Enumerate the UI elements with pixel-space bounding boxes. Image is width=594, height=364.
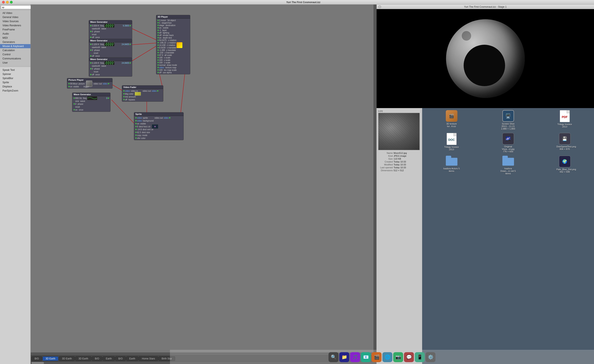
port[interactable] [135, 132, 137, 133]
nav-item-video-renderers[interactable]: Video Renderers [0, 23, 30, 27]
port[interactable] [157, 30, 159, 31]
port[interactable] [157, 25, 159, 26]
port[interactable] [68, 83, 70, 84]
port[interactable] [135, 123, 137, 124]
port[interactable] [123, 90, 125, 92]
dock-app4[interactable]: 🎬 [372, 352, 382, 362]
scene-tab-earth-1[interactable]: Earth [103, 356, 115, 361]
dock-finder2[interactable]: ⚙️ [425, 352, 435, 362]
port[interactable] [74, 109, 75, 110]
stage-close-button[interactable] [378, 5, 381, 8]
port[interactable] [90, 44, 91, 45]
desktop-icon-screenshot[interactable]: 🖥️ Screen Shot 2013....11.21 2,880 × 1,8… [481, 110, 535, 131]
port[interactable] [157, 45, 159, 46]
scroll-thumb[interactable] [32, 362, 44, 364]
nav-item-user[interactable]: User [0, 61, 30, 65]
port[interactable] [68, 86, 70, 87]
dock-app8[interactable]: 📱 [415, 352, 425, 362]
desktop-icon-pdf[interactable]: PDF Trilogy Invoice 2013 [537, 110, 592, 131]
port[interactable] [157, 57, 159, 58]
port[interactable] [135, 129, 137, 130]
port[interactable] [135, 126, 137, 127]
port[interactable] [157, 54, 159, 56]
nav-item-mouse-keyboard[interactable]: Mouse & Keyboard [0, 44, 30, 48]
desktop-icon-download-folder[interactable]: Isadora Down...m net 5 items [481, 156, 535, 176]
desktop-icon-diskspeed[interactable]: 💾 DiskSpeedTest.png 806 × 870 [537, 133, 592, 154]
port[interactable] [157, 67, 159, 68]
port[interactable] [90, 62, 91, 64]
search-input[interactable] [1, 5, 32, 9]
dock-app6[interactable]: 📷 [393, 352, 403, 362]
nav-item-calculation[interactable]: Calculation [0, 48, 30, 52]
port-out[interactable] [129, 62, 131, 64]
port-out[interactable] [108, 83, 109, 84]
dock-app1[interactable]: 📁 [339, 352, 349, 362]
desktop-icon-doc[interactable]: DOC Trilogy Invoice 2013 [424, 133, 479, 154]
close-button[interactable] [2, 1, 5, 4]
scene-tab-home-stars[interactable]: Home Stars [139, 356, 158, 361]
dock-skype[interactable]: 💬 [404, 352, 414, 362]
minimize-button[interactable] [6, 1, 9, 4]
port[interactable] [90, 74, 91, 75]
port[interactable] [157, 32, 159, 33]
window-controls[interactable] [2, 1, 13, 4]
port[interactable] [157, 27, 159, 28]
nav-item-communications[interactable]: Communications [0, 57, 30, 61]
port[interactable] [157, 72, 159, 73]
desktop-icon-izz[interactable]: 🎬 3D texture tur...lt.izz [424, 110, 479, 131]
port[interactable] [90, 31, 91, 32]
port-out[interactable] [129, 25, 131, 26]
nav-item-freeframe[interactable]: FreeFrame [0, 27, 30, 32]
nav-scroll-displace[interactable]: Displace [0, 85, 30, 89]
port[interactable] [90, 37, 91, 38]
port-out[interactable] [129, 44, 131, 45]
port[interactable] [135, 117, 137, 119]
port[interactable] [157, 49, 159, 51]
scene-tab-bo-2[interactable]: B/O [92, 356, 102, 361]
port[interactable] [123, 93, 125, 94]
scene-tab-3d-earth-2[interactable]: 3D Earth [59, 356, 75, 361]
port[interactable] [157, 40, 159, 41]
scrollable-nav[interactable]: Speak Text Spinner SpiralBlur Sprite Dis… [0, 67, 30, 364]
port[interactable] [135, 135, 137, 136]
nav-item-audio[interactable]: Audio [0, 32, 30, 36]
port[interactable] [123, 99, 125, 100]
port[interactable] [157, 35, 159, 36]
nav-scroll-speak-text[interactable]: Speak Text [0, 68, 30, 72]
nav-item-control[interactable]: Control [0, 52, 30, 57]
port[interactable] [123, 96, 125, 97]
scene-tab-earth-2[interactable]: Earth [126, 356, 138, 361]
nav-scroll-spinner[interactable]: Spinner [0, 72, 30, 76]
nav-scroll-spiralblur[interactable]: SpiralBlur [0, 76, 30, 80]
nav-item-general-video[interactable]: General Video [0, 15, 30, 19]
port[interactable] [135, 138, 137, 139]
port[interactable] [157, 64, 159, 66]
port[interactable] [90, 25, 91, 26]
port[interactable] [90, 55, 91, 57]
nav-scroll-panspinzoom[interactable]: PanSpinZoom [0, 89, 30, 93]
scene-tab-bo-1[interactable]: B/O [32, 356, 42, 361]
port[interactable] [90, 68, 91, 69]
port[interactable] [157, 37, 159, 38]
port[interactable] [74, 103, 75, 105]
port[interactable] [157, 69, 159, 71]
nav-item-all-video[interactable]: All Video [0, 11, 30, 15]
port[interactable] [157, 20, 159, 21]
scene-tab-bo-3[interactable]: B/O [115, 356, 126, 361]
dock-app5[interactable]: 🌐 [382, 352, 392, 362]
port[interactable] [157, 47, 159, 48]
desktop-icon-voyager[interactable]: 🌌 Original Voya...ot.jpg 776 × 600 [481, 133, 535, 154]
port-out[interactable] [169, 117, 170, 119]
port[interactable] [157, 60, 159, 61]
port[interactable] [157, 22, 159, 23]
port[interactable] [135, 120, 137, 121]
nav-item-generators[interactable]: Generators [0, 40, 30, 44]
canvas-area[interactable]: Wave Generator 0.009 H freq 9.3905 [31, 5, 376, 355]
desktop-icon-actors-folder[interactable]: Isadora Actors 5 items [424, 156, 479, 176]
dock-finder[interactable]: 🔍 [329, 352, 338, 362]
port[interactable] [157, 52, 159, 53]
canvas-scrollbar-v[interactable] [373, 5, 376, 355]
nav-scroll-sprite[interactable]: Sprite [0, 80, 30, 85]
dock-app3[interactable]: 📧 [361, 352, 371, 362]
scene-tab-3d-earth-3[interactable]: 3D Earth [75, 356, 91, 361]
